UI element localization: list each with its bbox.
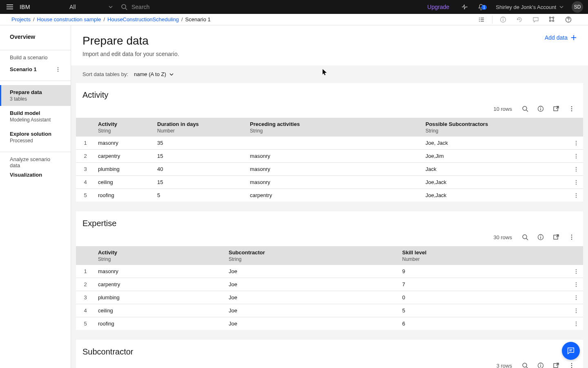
- cell[interactable]: carpentry: [95, 278, 225, 291]
- breadcrumb-project[interactable]: House construction sample: [37, 16, 101, 22]
- row-overflow-button[interactable]: [570, 265, 583, 278]
- table-row[interactable]: 1masonryJoe9: [76, 265, 583, 278]
- apps-button[interactable]: [544, 14, 560, 25]
- cell[interactable]: plumbing: [95, 163, 154, 176]
- row-overflow-button[interactable]: [570, 317, 583, 330]
- sort-dropdown[interactable]: name (A to Z): [134, 71, 174, 77]
- table-search-button[interactable]: [519, 102, 532, 115]
- cell[interactable]: roofing: [95, 317, 225, 330]
- info-button[interactable]: [495, 14, 511, 25]
- cell[interactable]: masonry: [247, 150, 422, 163]
- cell[interactable]: plumbing: [95, 291, 225, 304]
- table-export-button[interactable]: [550, 359, 563, 368]
- chat-fab[interactable]: [562, 342, 580, 360]
- table-row[interactable]: 2carpentryJoe7: [76, 278, 583, 291]
- table-info-button[interactable]: [534, 231, 547, 244]
- sidebar-item-build-model[interactable]: Build model Modeling Assistant: [0, 106, 71, 127]
- column-header[interactable]: Skill levelNumber: [399, 246, 570, 265]
- cell[interactable]: 7: [399, 278, 570, 291]
- cell[interactable]: [247, 137, 422, 150]
- cell[interactable]: Joe, Jack: [422, 137, 570, 150]
- table-row[interactable]: 2carpentry15masonryJoe,Jim: [76, 150, 583, 163]
- cell[interactable]: Joe,Jack: [422, 176, 570, 189]
- table-row[interactable]: 5roofingJoe6: [76, 317, 583, 330]
- row-overflow-button[interactable]: [570, 176, 583, 189]
- table-search-button[interactable]: [519, 359, 532, 368]
- row-overflow-button[interactable]: [570, 137, 583, 150]
- cell[interactable]: ceiling: [95, 304, 225, 317]
- cell[interactable]: 0: [399, 291, 570, 304]
- cell[interactable]: 5: [154, 189, 247, 202]
- table-overflow-button[interactable]: [565, 231, 578, 244]
- cell[interactable]: 35: [154, 137, 247, 150]
- help-button[interactable]: [560, 14, 577, 25]
- upgrade-link[interactable]: Upgrade: [420, 4, 457, 10]
- table-row[interactable]: 5roofing5carpentryJoe,Jack: [76, 189, 583, 202]
- history-button[interactable]: [511, 14, 528, 25]
- table-row[interactable]: 3plumbingJoe0: [76, 291, 583, 304]
- cell[interactable]: Jack: [422, 163, 570, 176]
- breadcrumb-model[interactable]: HouseConstructionScheduling: [107, 16, 179, 22]
- cell[interactable]: 9: [399, 265, 570, 278]
- table-info-button[interactable]: [534, 359, 547, 368]
- row-overflow-button[interactable]: [570, 278, 583, 291]
- search-input[interactable]: [131, 3, 253, 11]
- cell[interactable]: ceiling: [95, 176, 154, 189]
- add-data-button[interactable]: Add data: [545, 34, 577, 41]
- row-overflow-button[interactable]: [570, 163, 583, 176]
- sidebar-item-visualization[interactable]: Visualization: [0, 170, 71, 182]
- avatar[interactable]: SD: [572, 1, 583, 13]
- cell[interactable]: 6: [399, 317, 570, 330]
- table-row[interactable]: 4ceilingJoe5: [76, 304, 583, 317]
- table-row[interactable]: 3plumbing40masonryJack: [76, 163, 583, 176]
- table-search-button[interactable]: [519, 231, 532, 244]
- column-header[interactable]: ActivityString: [95, 118, 154, 137]
- notifications-button[interactable]: 1: [473, 3, 489, 11]
- cell[interactable]: Joe: [225, 317, 399, 330]
- table-export-button[interactable]: [550, 102, 563, 115]
- cell[interactable]: masonry: [95, 137, 154, 150]
- table-export-button[interactable]: [550, 231, 563, 244]
- cell[interactable]: Joe,Jack: [422, 189, 570, 202]
- cell[interactable]: Joe: [225, 278, 399, 291]
- column-header[interactable]: Possible SubcontractorsString: [422, 118, 570, 137]
- row-overflow-button[interactable]: [570, 189, 583, 202]
- column-header[interactable]: Preceding activitiesString: [247, 118, 422, 137]
- row-overflow-button[interactable]: [570, 150, 583, 163]
- cell[interactable]: Joe,Jim: [422, 150, 570, 163]
- account-switcher[interactable]: Shirley de Jonk's Account: [489, 4, 570, 10]
- cell[interactable]: 5: [399, 304, 570, 317]
- column-header[interactable]: ActivityString: [95, 246, 225, 265]
- row-overflow-button[interactable]: [570, 291, 583, 304]
- cell[interactable]: 40: [154, 163, 247, 176]
- cell[interactable]: masonry: [95, 265, 225, 278]
- table-overflow-button[interactable]: [565, 359, 578, 368]
- cell[interactable]: roofing: [95, 189, 154, 202]
- column-header[interactable]: SubcontractorString: [225, 246, 399, 265]
- cell[interactable]: masonry: [247, 176, 422, 189]
- table-overflow-button[interactable]: [565, 102, 578, 115]
- breadcrumb-projects[interactable]: Projects: [11, 16, 31, 22]
- cell[interactable]: Joe: [225, 291, 399, 304]
- table-row[interactable]: 1masonry35Joe, Jack: [76, 137, 583, 150]
- cell[interactable]: 15: [154, 176, 247, 189]
- comments-button[interactable]: [528, 14, 544, 25]
- scope-dropdown[interactable]: All: [65, 4, 118, 10]
- cell[interactable]: Joe: [225, 265, 399, 278]
- column-header[interactable]: Duration in daysNumber: [154, 118, 247, 137]
- sidebar-scenario[interactable]: Scenario 1: [0, 62, 71, 76]
- sidebar-item-explore-solution[interactable]: Explore solution Processed: [0, 127, 71, 148]
- table-row[interactable]: 4ceiling15masonryJoe,Jack: [76, 176, 583, 189]
- cell[interactable]: carpentry: [247, 189, 422, 202]
- table-info-button[interactable]: [534, 102, 547, 115]
- cell[interactable]: carpentry: [95, 150, 154, 163]
- sidebar-overview[interactable]: Overview: [0, 32, 71, 46]
- overflow-icon[interactable]: [55, 67, 61, 72]
- cell[interactable]: Joe: [225, 304, 399, 317]
- tour-button[interactable]: [457, 3, 473, 11]
- menu-button[interactable]: [0, 4, 20, 10]
- cell[interactable]: 15: [154, 150, 247, 163]
- cell[interactable]: masonry: [247, 163, 422, 176]
- scenario-panel-button[interactable]: [473, 14, 490, 25]
- sidebar-item-prepare-data[interactable]: Prepare data 3 tables: [0, 85, 71, 106]
